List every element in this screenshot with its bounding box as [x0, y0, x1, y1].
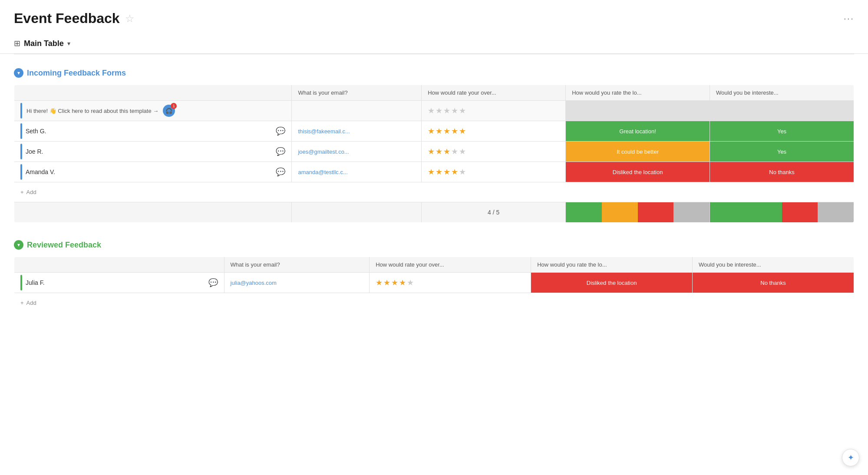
template-name-cell: Hi there! 👋 Click here to read about thi…: [14, 101, 291, 121]
location-badge-cell: [566, 101, 710, 121]
star-1: ★: [428, 106, 435, 115]
col-name: [14, 257, 224, 273]
email-cell: julia@yahoos.com: [224, 273, 370, 293]
interest-summary-bars: [710, 202, 854, 222]
stars-cell: ★ ★ ★ ★ ★: [422, 101, 565, 121]
comment-icon[interactable]: 💬: [276, 126, 285, 136]
comment-icon[interactable]: 💬: [276, 167, 285, 177]
chevron-down-icon[interactable]: ▾: [67, 40, 70, 47]
summary-row: 4 / 5: [14, 202, 854, 223]
col-interest: Would you be intereste...: [710, 85, 854, 101]
star-2: ★: [436, 106, 442, 115]
row-name-cell: Joe R. 💬: [14, 142, 291, 162]
table-row: Seth G. 💬 thisis@fakeemail.c... ★★★★★ Gr…: [14, 121, 854, 142]
col-overall: How would rate your over...: [422, 85, 566, 101]
row-name-cell: Julia F. 💬: [14, 273, 224, 293]
col-name: [14, 85, 292, 101]
row-name-text: Julia F.: [26, 279, 205, 286]
interest-badge-cell: No thanks: [693, 273, 854, 293]
row-name-cell: Amanda V. 💬: [14, 162, 291, 182]
stars-cell: ★★★★★: [370, 273, 531, 293]
table-row: Joe R. 💬 joes@gmailtest.co... ★★★★★ It c…: [14, 142, 854, 162]
row-name-text: Joe R.: [26, 148, 272, 155]
group-incoming-toggle[interactable]: ▾: [14, 68, 23, 78]
toolbar: ⊞ Main Table ▾: [0, 33, 868, 54]
interest-badge-cell: Yes: [710, 142, 854, 162]
template-icon[interactable]: 🎧 1: [163, 105, 175, 117]
row-color-bar: [20, 275, 22, 290]
group-incoming-header: ▾ Incoming Feedback Forms: [14, 65, 854, 81]
notification-badge: 1: [171, 103, 177, 109]
table-row: Julia F. 💬 julia@yahoos.com ★★★★★ Dislik…: [14, 273, 854, 293]
email-cell: joes@gmailtest.co...: [292, 142, 421, 162]
star-3: ★: [443, 106, 450, 115]
add-label: Add: [26, 300, 36, 306]
location-badge-cell: It could be better: [566, 142, 710, 162]
table-grid-icon: ⊞: [14, 39, 20, 48]
col-email: What is your email?: [292, 85, 422, 101]
interest-badge-cell: No thanks: [710, 162, 854, 182]
group-reviewed-toggle[interactable]: ▾: [14, 240, 23, 250]
interest-badge-cell: Yes: [710, 121, 854, 141]
row-color-bar: [20, 164, 22, 180]
add-row-cell[interactable]: + Add: [14, 294, 854, 312]
stars-cell: ★★★★★: [422, 162, 565, 182]
bar-gray1: [818, 202, 854, 222]
page-header: Event Feedback ☆ ···: [0, 0, 868, 33]
bar-gray: [673, 202, 710, 222]
plus-icon: +: [20, 189, 24, 195]
row-color-bar: [20, 103, 22, 119]
plus-icon: +: [20, 300, 24, 306]
add-row-cell[interactable]: + Add: [14, 184, 854, 201]
email-cell: [292, 101, 421, 121]
bar-orange: [602, 202, 638, 222]
email-cell: amanda@testllc.c...: [292, 162, 421, 182]
bar-green1: [710, 202, 782, 222]
table-label: Main Table: [24, 39, 64, 48]
table-row: Amanda V. 💬 amanda@testllc.c... ★★★★★ Di…: [14, 162, 854, 182]
favorite-star-icon[interactable]: ☆: [125, 13, 135, 25]
location-summary-bars: [566, 202, 710, 222]
more-menu-button[interactable]: ···: [844, 13, 854, 24]
comment-icon[interactable]: 💬: [276, 147, 285, 156]
col-overall: How would rate your over...: [370, 257, 531, 273]
add-label: Add: [26, 189, 36, 195]
template-text[interactable]: Hi there! 👋 Click here to read about thi…: [26, 108, 158, 114]
group-incoming: ▾ Incoming Feedback Forms What is your e…: [14, 65, 854, 223]
row-color-bar: [20, 123, 22, 139]
row-name-text: Seth G.: [26, 128, 272, 135]
star-5: ★: [459, 106, 466, 115]
bar-red: [638, 202, 674, 222]
stars-cell: ★★★★★: [422, 121, 565, 141]
page-title: Event Feedback: [14, 10, 120, 26]
col-location: How would you rate the lo...: [531, 257, 693, 273]
page-title-area: Event Feedback ☆: [14, 10, 135, 26]
col-location: How would you rate the lo...: [566, 85, 710, 101]
bar-red1: [782, 202, 818, 222]
col-email: What is your email?: [224, 257, 370, 273]
col-interest: Would you be intereste...: [693, 257, 854, 273]
row-name-text: Amanda V.: [26, 168, 272, 175]
row-color-bar: [20, 144, 22, 159]
incoming-table: What is your email? How would rate your …: [14, 85, 854, 223]
stars-cell: ★★★★★: [422, 142, 565, 162]
group-reviewed: ▾ Reviewed Feedback What is your email? …: [14, 237, 854, 313]
interest-badge-cell: [710, 101, 854, 121]
main-content: ▾ Incoming Feedback Forms What is your e…: [0, 54, 868, 337]
group-reviewed-header: ▾ Reviewed Feedback: [14, 237, 854, 253]
add-row[interactable]: + Add: [14, 293, 854, 313]
summary-count: 4 / 5: [422, 202, 565, 222]
star-4: ★: [451, 106, 458, 115]
location-badge-cell: Disliked the location: [566, 162, 710, 182]
location-badge-cell: Disliked the location: [531, 273, 692, 293]
group-incoming-title[interactable]: Incoming Feedback Forms: [27, 69, 126, 78]
location-badge-cell: Great location!: [566, 121, 710, 141]
reviewed-table: What is your email? How would rate your …: [14, 257, 854, 313]
table-row: Hi there! 👋 Click here to read about thi…: [14, 101, 854, 121]
comment-icon[interactable]: 💬: [208, 278, 218, 287]
email-cell: thisis@fakeemail.c...: [292, 121, 421, 141]
add-row[interactable]: + Add: [14, 182, 854, 202]
row-name-cell: Seth G. 💬: [14, 121, 291, 141]
bar-green: [566, 202, 602, 222]
group-reviewed-title[interactable]: Reviewed Feedback: [27, 241, 101, 250]
